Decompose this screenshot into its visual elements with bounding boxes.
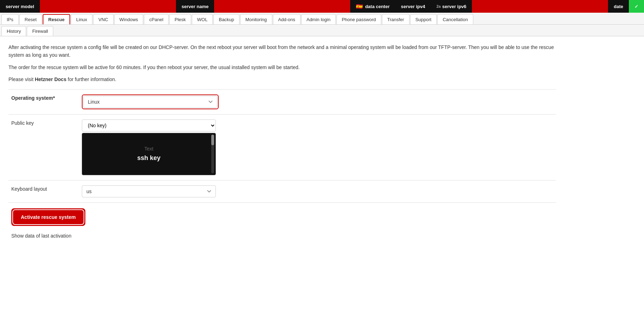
tab-windows[interactable]: Windows xyxy=(114,14,144,24)
pubkey-container: (No key) Text ssh key xyxy=(82,119,216,175)
description-2: The order for the rescue system will be … xyxy=(8,63,556,71)
tab-firewall[interactable]: Firewall xyxy=(27,26,53,36)
desc3-suffix: for further information. xyxy=(66,76,116,82)
scrollbar-thumb xyxy=(211,135,214,145)
os-row: Operating system* Linux FreeBSD FreeBSD-… xyxy=(8,89,556,114)
actions-row: Activate rescue system xyxy=(8,203,556,232)
tab-reset[interactable]: Reset xyxy=(19,14,42,24)
nav-tabs-row1: IPsResetRescueLinuxVNCWindowscPanelPlesk… xyxy=(0,13,644,25)
keyboard-row: Keyboard layout us de fr uk xyxy=(8,180,556,202)
keyboard-select[interactable]: us de fr uk xyxy=(82,185,216,197)
hetzner-docs-link[interactable]: Hetzner Docs xyxy=(35,76,66,82)
server-name-label: server name xyxy=(182,4,209,9)
tab-linux[interactable]: Linux xyxy=(71,14,92,24)
tab-addons[interactable]: Add-ons xyxy=(273,14,300,24)
tab-history[interactable]: History xyxy=(1,26,26,36)
description-3: Please visit Hetzner Docs for further in… xyxy=(8,75,556,83)
description-1: After activating the rescue system a con… xyxy=(8,43,556,59)
tab-cpanel[interactable]: cPanel xyxy=(144,14,169,24)
pubkey-row: Public key (No key) Text ssh key xyxy=(8,114,556,180)
pubkey-ssh-label: ssh key xyxy=(137,154,160,162)
pubkey-label: Public key xyxy=(8,114,79,180)
pubkey-dropdown[interactable]: (No key) xyxy=(82,119,216,131)
date-cell: date xyxy=(608,0,629,13)
tab-plesk[interactable]: Plesk xyxy=(169,14,191,24)
pubkey-blackbox: Text ssh key xyxy=(82,133,216,175)
server-model-label: server model xyxy=(6,4,34,9)
content-area: After activating the rescue system a con… xyxy=(0,36,564,251)
tab-rescue[interactable]: Rescue xyxy=(43,14,70,24)
desc3-prefix: Please visit xyxy=(8,76,35,82)
pubkey-text-label: Text xyxy=(144,146,153,152)
server-ipv4-label: server ipv4 xyxy=(401,4,425,9)
tab-phonepassword[interactable]: Phone password xyxy=(336,14,381,24)
tab-vnc[interactable]: VNC xyxy=(93,14,113,24)
rescue-form: Operating system* Linux FreeBSD FreeBSD-… xyxy=(8,89,556,203)
os-label: Operating system* xyxy=(8,89,79,114)
check-icon: ✓ xyxy=(634,4,638,9)
server-model-cell: server model xyxy=(0,0,40,13)
data-center-cell: 🇪🇸 data center xyxy=(350,0,395,13)
flag-icon: 🇪🇸 xyxy=(356,3,363,10)
keyboard-label: Keyboard layout xyxy=(8,180,79,202)
os-select[interactable]: Linux FreeBSD FreeBSD-64-minimal xyxy=(83,96,217,108)
tab-wol[interactable]: WOL xyxy=(192,14,213,24)
server-name-cell: server name xyxy=(176,0,214,13)
header-bar: server model server name 🇪🇸 data center … xyxy=(0,0,644,13)
activate-rescue-button[interactable]: Activate rescue system xyxy=(13,210,84,224)
os-select-cell: Linux FreeBSD FreeBSD-64-minimal xyxy=(79,89,556,114)
scrollbar-track xyxy=(211,135,214,173)
pubkey-cell: (No key) Text ssh key xyxy=(79,114,556,180)
check-cell: ✓ xyxy=(629,0,644,13)
tab-transfer[interactable]: Transfer xyxy=(382,14,409,24)
server-ipv6-cell: 2a server ipv6 xyxy=(431,0,472,13)
tab-monitoring[interactable]: Monitoring xyxy=(240,14,272,24)
nav-tabs-row2: HistoryFirewall xyxy=(0,25,644,36)
tab-ips[interactable]: IPs xyxy=(1,14,19,24)
keyboard-select-cell: us de fr uk xyxy=(79,180,556,202)
os-select-highlight: Linux FreeBSD FreeBSD-64-minimal xyxy=(82,94,219,109)
tab-adminlogin[interactable]: Admin login xyxy=(301,14,336,24)
server-ipv6-label: server ipv6 xyxy=(442,4,467,9)
tab-backup[interactable]: Backup xyxy=(213,14,239,24)
data-center-label: data center xyxy=(365,4,389,9)
tab-cancellation[interactable]: Cancellation xyxy=(437,14,473,24)
date-label: date xyxy=(614,4,623,9)
show-data-link[interactable]: Show data of last activation xyxy=(11,233,71,239)
tab-support[interactable]: Support xyxy=(410,14,437,24)
server-ipv4-cell: server ipv4 xyxy=(395,0,431,13)
show-data-row: Show data of last activation xyxy=(8,232,556,244)
ipv6-prefix: 2a xyxy=(436,4,441,8)
activate-btn-wrapper: Activate rescue system xyxy=(11,208,85,226)
